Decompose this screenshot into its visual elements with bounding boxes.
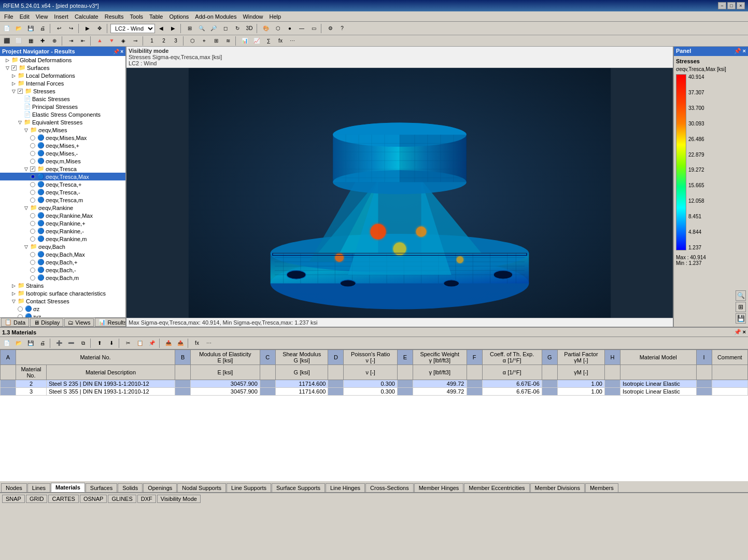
tab-openings[interactable]: Openings [143,483,177,492]
tb-nodes[interactable]: ● [284,23,295,34]
tree-rankine-minus[interactable]: 🔵 σeqv,Rankine,- [0,227,125,235]
tree-basic-stresses[interactable]: 📄 Basic Stresses [0,95,125,103]
tb-render[interactable]: 🎨 [260,23,272,34]
radio-rankine-max[interactable] [30,213,35,218]
radio-bach-m[interactable] [30,275,35,281]
nav-data-btn[interactable]: 📋 Data [1,318,29,327]
radio-tresca-m[interactable] [30,198,35,203]
tree-tresca-max[interactable]: 🔵 σeqv,Tresca,Max [0,173,125,180]
toggle-elastic[interactable] [17,112,23,117]
tab-member-ecc[interactable]: Member Eccentricities [464,483,529,492]
tb2-6[interactable]: ⇥ [65,36,77,46]
tb2-17[interactable]: ⊞ [210,36,222,46]
check-surfaces[interactable]: ✓ [11,65,17,71]
lc-combo[interactable]: LC2 - Wind [110,24,155,33]
panel-pin-icon[interactable]: 📌 [734,48,741,54]
tree-tresca[interactable]: ▽ ✓ 📁 σeqv,Tresca [0,165,125,173]
radio-mises-minus[interactable] [30,151,35,156]
tb2-2[interactable]: ⬜ [13,36,24,46]
tab-lines[interactable]: Lines [27,483,50,492]
tree-rankine[interactable]: ▽ 📁 σeqv,Rankine [0,204,125,212]
toggle-basic[interactable] [17,96,23,102]
tree-bach-max[interactable]: 🔵 σeqv,Bach,Max [0,250,125,258]
tree-tau-yz[interactable]: 🔵 τyz [0,313,125,317]
tb-lines[interactable]: — [296,23,307,34]
tree-sigma-z[interactable]: 🔵 σz [0,305,125,313]
tb2-19[interactable]: 📊 [239,36,250,46]
tree-mises-plus[interactable]: 🔵 σeqv,Mises,+ [0,142,125,149]
cartes-btn[interactable]: CARTES [48,495,78,503]
close-btn[interactable]: × [737,2,745,9]
radio-rankine-plus[interactable] [30,221,35,226]
zoom-export-btn[interactable]: 💾 [736,313,746,324]
tab-materials[interactable]: Materials [51,483,85,492]
tb2-8[interactable]: 🔺 [94,36,105,46]
tb2-21[interactable]: ∑ [263,36,274,46]
tree-strains[interactable]: ▷ 📁 Strains [0,282,125,289]
btb-open[interactable]: 📂 [13,338,24,348]
tree-principal[interactable]: 📄 Principal Stresses [0,103,125,110]
tb2-12[interactable]: 1 [146,36,158,46]
tb2-10[interactable]: ◈ [118,36,129,46]
tab-nodes[interactable]: Nodes [1,483,27,492]
tb2-22[interactable]: fx [275,36,286,46]
tb2-3[interactable]: ▦ [25,36,36,46]
tb-undo[interactable]: ↩ [53,23,65,34]
radio-tresca-max[interactable] [30,174,35,179]
tab-nodal-supports[interactable]: Nodal Supports [177,483,226,492]
tb2-1[interactable]: ⬛ [1,36,12,46]
tree-stresses[interactable]: ▽ ✓ 📁 Stresses [0,87,125,95]
tb-zoom-out[interactable]: 🔎 [208,23,219,34]
tb-3d[interactable]: 3D [244,23,255,34]
btb-dn[interactable]: ⬇ [106,338,117,348]
tree-tresca-minus[interactable]: 🔵 σeqv,Tresca,- [0,188,125,196]
toggle-bach[interactable]: ▽ [23,244,29,249]
tb-nav-back[interactable]: ◀ [156,23,167,34]
osnap-btn[interactable]: OSNAP [80,495,107,503]
menu-edit[interactable]: Edit [17,12,33,21]
toggle-tresca[interactable]: ▽ [23,166,29,172]
tb2-18[interactable]: ≋ [222,36,234,46]
tree-rankine-m[interactable]: 🔵 σeqv,Rankine,m [0,235,125,243]
tree-bach-minus[interactable]: 🔵 σeqv,Bach,- [0,266,125,274]
tab-solids[interactable]: Solids [118,483,143,492]
tree-isotropic[interactable]: ▷ 📁 Isotropic surface characteristics [0,289,125,297]
tree-internal-forces[interactable]: ▷ 📁 Internal Forces [0,79,125,87]
tb-save[interactable]: 💾 [25,23,36,34]
panel-close-icon[interactable]: × [743,48,746,54]
tree-tresca-m[interactable]: 🔵 σeqv,Tresca,m [0,196,125,204]
tab-line-supports[interactable]: Line Supports [227,483,271,492]
tb-help2[interactable]: ? [336,23,348,34]
toggle-principal[interactable] [17,104,23,109]
radio-tresca-plus[interactable] [30,182,35,187]
tb-print[interactable]: 🖨 [37,23,48,34]
tb-nav-fwd[interactable]: ▶ [167,23,179,34]
tb-zoom-all[interactable]: ⊞ [184,23,195,34]
tree-rankine-max[interactable]: 🔵 σeqv,Rankine,Max [0,212,125,219]
zoom-fit-btn[interactable]: 🔍 [736,290,746,301]
btb-print[interactable]: 🖨 [37,338,48,348]
nav-close[interactable]: × [120,49,123,54]
btb-paste[interactable]: 📌 [146,338,158,348]
toggle-internal-forces[interactable]: ▷ [10,81,17,86]
toggle-surfaces[interactable]: ▽ [4,65,10,71]
toggle-rankine[interactable]: ▽ [23,205,29,211]
grid-btn[interactable]: GRID [26,495,48,503]
table-row[interactable]: 2 Steel S 235 | DIN EN 1993-1-1:2010-12 … [1,380,748,388]
tb2-20[interactable]: 📈 [251,36,262,46]
btb-new[interactable]: 📄 [1,338,12,348]
menu-addon[interactable]: Add-on Modules [192,12,239,21]
maximize-btn[interactable]: □ [727,2,736,9]
radio-rankine-m[interactable] [30,236,35,242]
toggle-contact[interactable]: ▽ [10,299,17,304]
bottom-pin-icon[interactable]: 📌 [734,329,741,335]
menu-tools[interactable]: Tools [126,12,146,21]
tb-redo[interactable]: ↪ [65,23,77,34]
btb-import[interactable]: 📥 [163,338,174,348]
tb2-4[interactable]: ✚ [37,36,48,46]
tree-rankine-plus[interactable]: 🔵 σeqv,Rankine,+ [0,219,125,227]
tab-member-hinges[interactable]: Member Hinges [414,483,464,492]
tab-member-div[interactable]: Member Divisions [530,483,585,492]
tree-tresca-plus[interactable]: 🔵 σeqv,Tresca,+ [0,180,125,188]
snap-btn[interactable]: SNAP [2,495,25,503]
